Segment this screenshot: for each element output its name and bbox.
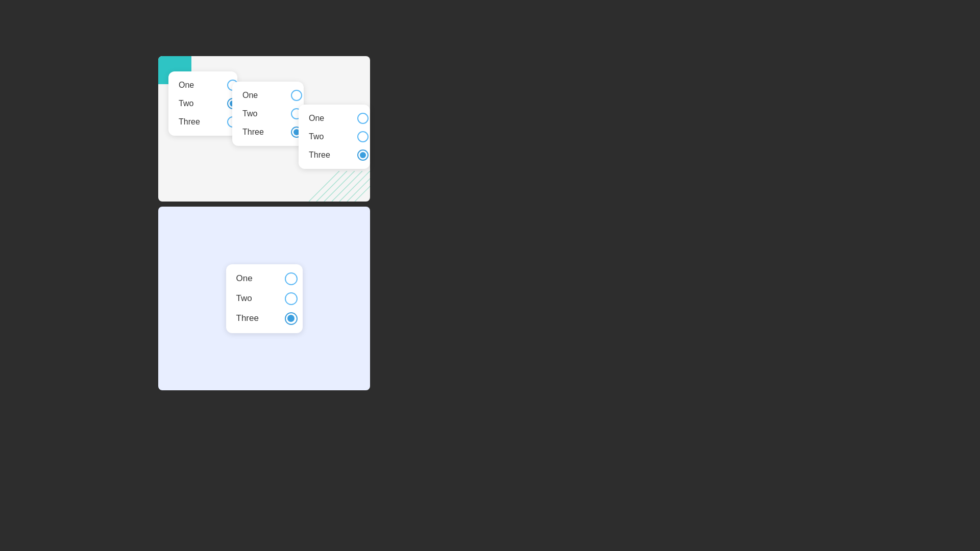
radio-button-two[interactable] bbox=[285, 292, 298, 305]
radio-item[interactable]: One bbox=[242, 90, 293, 101]
radio-item[interactable]: One bbox=[236, 272, 292, 285]
radio-item[interactable]: Three bbox=[179, 116, 227, 128]
main-area: One Two Three One Two Three bbox=[92, 0, 643, 551]
panel-top: One Two Three One Two Three bbox=[158, 56, 370, 202]
radio-item[interactable]: One bbox=[309, 113, 360, 124]
radio-button-one[interactable] bbox=[357, 113, 369, 124]
radio-item[interactable]: Two bbox=[179, 98, 227, 109]
radio-label-one: One bbox=[236, 273, 264, 284]
radio-card-1: One Two Three bbox=[168, 71, 237, 136]
radio-label-two: Two bbox=[309, 132, 337, 141]
radio-label-one: One bbox=[179, 81, 207, 90]
radio-item[interactable]: Three bbox=[242, 127, 293, 138]
radio-item[interactable]: Two bbox=[236, 292, 292, 305]
radio-button-one[interactable] bbox=[291, 90, 302, 101]
radio-label-one: One bbox=[309, 114, 337, 123]
radio-label-three: Three bbox=[242, 128, 271, 137]
radio-card-bottom: One Two Three bbox=[226, 264, 303, 333]
radio-label-one: One bbox=[242, 91, 271, 100]
svg-line-4 bbox=[339, 171, 370, 202]
radio-card-3: One Two Three bbox=[299, 105, 370, 169]
radio-label-two: Two bbox=[242, 109, 271, 118]
svg-line-0 bbox=[309, 171, 339, 202]
radio-item[interactable]: One bbox=[179, 80, 227, 91]
radio-item[interactable]: Three bbox=[236, 312, 292, 325]
radio-card-2: One Two Three bbox=[232, 82, 304, 146]
radio-label-three: Three bbox=[236, 313, 264, 323]
svg-line-2 bbox=[324, 171, 355, 202]
radio-item[interactable]: Three bbox=[309, 149, 360, 161]
svg-line-3 bbox=[332, 171, 362, 202]
radio-button-one[interactable] bbox=[285, 272, 298, 285]
radio-button-three[interactable] bbox=[357, 149, 369, 161]
panel-bottom: One Two Three bbox=[158, 207, 370, 390]
radio-label-three: Three bbox=[309, 151, 337, 160]
radio-label-two: Two bbox=[236, 293, 264, 304]
diagonal-decoration bbox=[309, 171, 370, 202]
radio-item[interactable]: Two bbox=[242, 108, 293, 119]
radio-button-three[interactable] bbox=[285, 312, 298, 325]
radio-label-two: Two bbox=[179, 99, 207, 108]
radio-label-three: Three bbox=[179, 117, 207, 127]
radio-button-two[interactable] bbox=[357, 131, 369, 142]
svg-line-1 bbox=[316, 171, 347, 202]
radio-item[interactable]: Two bbox=[309, 131, 360, 142]
